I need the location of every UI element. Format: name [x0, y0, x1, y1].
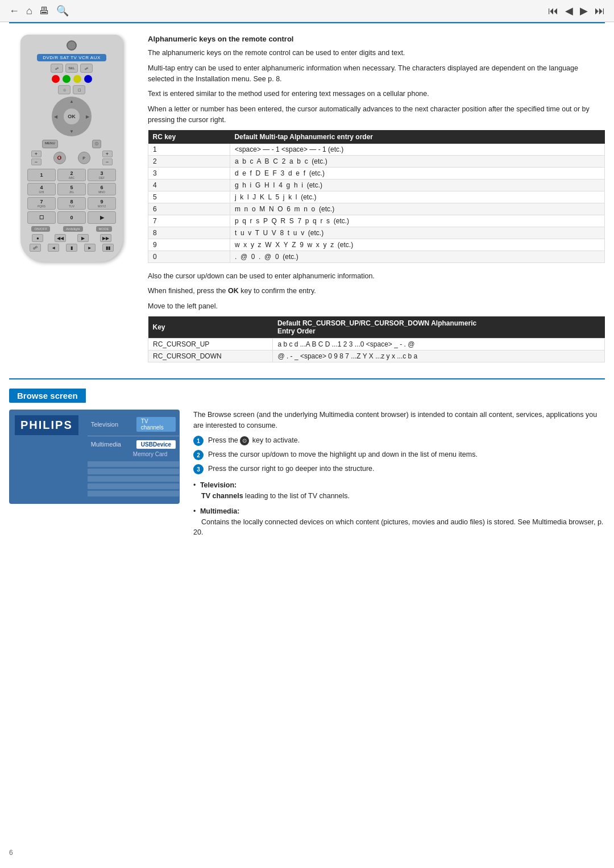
blue-separator — [9, 378, 605, 379]
ambilight-row: ON/OFF Ambilight MODE — [25, 226, 118, 232]
num-7-button[interactable]: 7PQRS — [27, 197, 56, 210]
next-button[interactable]: ► — [84, 244, 96, 252]
multimedia-text: Contains the locally connected devices o… — [193, 518, 603, 537]
browse-intro-text: The Browse screen (and the underlying Mu… — [193, 410, 605, 431]
para-4: When a letter or number has been entered… — [148, 104, 605, 126]
num-5-button[interactable]: 5JKL — [57, 183, 86, 195]
stop-button[interactable]: ▮ — [66, 244, 77, 252]
playback-row-1: ● ◀◀ ▶ ▶▶ — [25, 234, 118, 242]
ch-up-button[interactable]: + — [102, 151, 113, 157]
red-button[interactable] — [52, 75, 60, 83]
pause-button[interactable]: ▮▮ — [102, 244, 114, 252]
mute-button[interactable]: 🔇 — [53, 152, 66, 164]
ffwd-button[interactable]: ▶▶ — [100, 234, 111, 242]
dvd-menu-button[interactable]: ☍ — [30, 244, 41, 252]
dpad-area: ▲ ▼ ◀ ▶ OK — [25, 97, 118, 136]
para-2: Multi-tap entry can be used to enter alp… — [148, 63, 605, 85]
directional-pad[interactable]: ▲ ▼ ◀ ▶ OK — [52, 97, 92, 136]
empty-row-1 — [88, 461, 179, 467]
remote-control-column: DVD/R SAT TV VCR AUX ☍ SEL ☍ ☉ ☐ — [9, 35, 134, 362]
step-3-num: 3 — [193, 464, 204, 474]
browse-btn[interactable]: ☉ — [58, 85, 70, 94]
on-off-button[interactable]: ON/OFF — [31, 226, 50, 232]
blue-button[interactable] — [84, 75, 92, 83]
ambilight-button[interactable]: Ambilight — [63, 226, 83, 232]
vol-down-button[interactable]: − — [31, 158, 42, 165]
power-button[interactable] — [67, 40, 77, 51]
num-9-button[interactable]: 9WXYZ — [88, 197, 116, 210]
col-header-key: Key — [148, 316, 273, 339]
ok-mid-button[interactable]: P — [78, 152, 90, 164]
empty-menu-rows — [88, 461, 179, 496]
table-row: 0. @ 0 . @ 0 (etc.) — [148, 251, 605, 262]
bullet-dot-2: • — [193, 507, 196, 515]
section-heading: Alphanumeric keys on the remote control — [148, 35, 605, 43]
step-1-num: 1 — [193, 436, 204, 446]
num-3-button[interactable]: 3DEF — [88, 169, 116, 181]
mid-text-1: Also the cursor up/down can be used to e… — [148, 271, 605, 282]
step-1-text: Press the ⊙ key to activate. — [208, 435, 300, 446]
skip-back-icon[interactable]: ⏮ — [548, 5, 558, 17]
source-bar[interactable]: DVD/R SAT TV VCR AUX — [37, 54, 106, 61]
home-icon[interactable]: ⌂ — [26, 5, 32, 17]
prev-button[interactable]: ◄ — [48, 244, 59, 252]
num-8-button[interactable]: 8TUV — [57, 197, 86, 210]
empty-row-3 — [88, 476, 179, 482]
remote-top-area — [25, 40, 118, 51]
omega-icon: ⊙ — [240, 436, 249, 445]
empty-row-4 — [88, 483, 179, 489]
print-icon[interactable]: 🖶 — [39, 5, 49, 17]
num-2-button[interactable]: 2ABC — [57, 169, 86, 181]
play-button[interactable]: ▶ — [77, 234, 89, 242]
browse-screen-section: Browse screen PHILIPS Television TV chan… — [9, 374, 605, 542]
select-btn[interactable]: SEL — [65, 64, 78, 73]
usb-device-value: USBDevice — [136, 440, 176, 449]
para-1: The alphanumeric keys on the remote cont… — [148, 48, 605, 59]
top-navigation: ← ⌂ 🖶 🔍 ⏮ ◀ ▶ ⏭ — [0, 0, 614, 22]
menu-item-multimedia: Multimedia USBDevice — [88, 439, 179, 450]
ch-down-button[interactable]: − — [102, 158, 113, 165]
channel-group: + − — [102, 151, 113, 165]
dpad-right-icon: ▶ — [86, 114, 89, 119]
info-btn[interactable]: ⓘ — [92, 140, 101, 148]
table-row: 4g h i G H I 4 g h i (etc.) — [148, 179, 605, 191]
multimedia-label: Multimedia — [91, 441, 136, 448]
philips-screen-mockup: PHILIPS Television TV channels Multimedi… — [9, 410, 180, 504]
rewind-icon[interactable]: ◀ — [565, 5, 573, 17]
num-star-button[interactable]: ☐ — [27, 211, 56, 224]
num-0-button[interactable]: 0 — [57, 211, 86, 224]
browse-title: Browse screen — [9, 389, 86, 403]
text-content-column: Alphanumeric keys on the remote control … — [148, 35, 605, 362]
col-header-rc-key: RC key — [148, 130, 230, 144]
num-hash-button[interactable]: ▶ — [88, 211, 116, 224]
search-icon[interactable]: 🔍 — [56, 5, 69, 17]
skip-forward-icon[interactable]: ⏭ — [595, 5, 605, 17]
record-button[interactable]: ● — [32, 234, 43, 242]
mode-button[interactable]: MODE — [96, 226, 112, 232]
browse-header: Browse screen — [9, 389, 605, 403]
source-row: DVD/R SAT TV VCR AUX — [25, 54, 118, 61]
table-row: 9w x y z W X Y Z 9 w x y z (etc.) — [148, 239, 605, 251]
func-btn-2[interactable]: ☍ — [80, 64, 93, 73]
vol-up-button[interactable]: + — [31, 151, 42, 157]
back-arrow-icon[interactable]: ← — [9, 5, 19, 17]
yellow-button[interactable] — [73, 75, 81, 83]
menu-btn[interactable]: MENU — [42, 140, 58, 148]
func-btn-3[interactable]: ☐ — [73, 85, 85, 94]
num-6-button[interactable]: 6MNO — [88, 183, 116, 195]
func-btn-1[interactable]: ☍ — [51, 64, 63, 73]
multimedia-bold-label: Multimedia: — [200, 507, 239, 515]
table-row: 2a b c A B C 2 a b c (etc.) — [148, 155, 605, 167]
green-button[interactable] — [63, 75, 70, 83]
tv-channels-value: TV channels — [136, 417, 176, 432]
browse-left-panel: PHILIPS Television TV channels Multimedi… — [9, 410, 180, 542]
nav-right-icons: ⏮ ◀ ▶ ⏭ — [548, 5, 605, 17]
num-1-button[interactable]: 1 — [27, 169, 56, 181]
nav-left-icons: ← ⌂ 🖶 🔍 — [9, 5, 69, 17]
mid-text-3: Move to the left panel. — [148, 301, 605, 312]
rewind-button[interactable]: ◀◀ — [55, 234, 66, 242]
num-4-button[interactable]: 4GHI — [27, 183, 56, 195]
browse-step-3: 3 Press the cursor right to go deeper in… — [193, 464, 605, 474]
ok-button[interactable]: OK — [64, 108, 80, 124]
fast-forward-icon[interactable]: ▶ — [580, 5, 588, 17]
